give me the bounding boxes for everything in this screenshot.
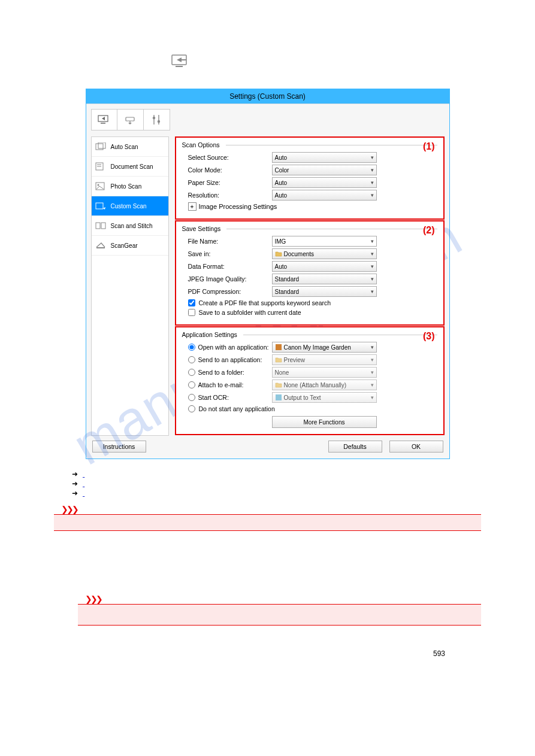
sidebar-item-label: Custom Scan — [111, 203, 147, 210]
app-icon — [275, 344, 282, 351]
open-app-dropdown[interactable]: Canon My Image Garden — [272, 342, 377, 353]
open-app-label: Open with an application: — [198, 344, 269, 351]
file-name-input[interactable]: IMG — [272, 236, 377, 247]
sidebar-item-scan-stitch[interactable]: Scan and Stitch — [92, 216, 168, 236]
important-band — [54, 514, 481, 531]
svg-rect-21 — [96, 203, 103, 209]
color-mode-dropdown[interactable]: Color — [272, 165, 377, 175]
no-app-radio[interactable] — [188, 405, 195, 412]
arrow-icon: ➜ — [72, 489, 78, 497]
save-settings-title: Save Settings — [182, 225, 437, 232]
ok-button[interactable]: OK — [389, 441, 443, 453]
svg-marker-6 — [102, 117, 105, 120]
resolution-dropdown[interactable]: Auto — [272, 190, 377, 201]
folder-icon — [275, 356, 282, 363]
send-folder-dropdown[interactable]: None — [272, 367, 377, 378]
scan-options-section: (1) Scan Options Select Source: Auto Col… — [175, 136, 445, 220]
arrow-icon: ➜ — [72, 479, 78, 488]
svg-point-20 — [97, 184, 99, 186]
pdf-compression-label: PDF Compression: — [188, 288, 272, 295]
save-settings-section: (2) Save Settings File Name: IMG Save in… — [175, 220, 445, 326]
scan-computer-icon — [171, 54, 481, 71]
pdf-compression-dropdown[interactable]: Standard — [272, 286, 377, 297]
auto-scan-icon — [95, 142, 106, 151]
data-format-label: Data Format: — [188, 263, 272, 270]
link-3[interactable] — [83, 489, 191, 497]
sidebar: Auto Scan Document Scan Photo Scan — [91, 136, 169, 436]
subfolder-checkbox[interactable] — [188, 309, 195, 316]
svg-rect-7 — [126, 117, 134, 121]
section-number-1: (1) — [423, 141, 435, 152]
sidebar-item-label: Auto Scan — [111, 144, 138, 150]
section-number-2: (2) — [423, 225, 435, 236]
scangear-icon — [95, 241, 106, 250]
send-app-dropdown[interactable]: Preview — [272, 354, 377, 365]
paper-size-dropdown[interactable]: Auto — [272, 177, 377, 188]
more-functions-button[interactable]: More Functions — [272, 416, 377, 428]
send-folder-radio[interactable] — [188, 369, 195, 376]
jpeg-quality-dropdown[interactable]: Standard — [272, 274, 377, 284]
svg-rect-25 — [276, 344, 282, 350]
folder-icon — [275, 381, 282, 388]
pdf-keyword-checkbox[interactable] — [188, 299, 195, 306]
arrow-icon: ➜ — [72, 470, 78, 478]
dialog-title: Settings (Custom Scan) — [86, 89, 449, 104]
settings-dialog: Settings (Custom Scan) — [86, 89, 450, 459]
file-name-label: File Name: — [188, 238, 272, 245]
sidebar-item-label: Scan and Stitch — [111, 223, 153, 229]
svg-rect-22 — [96, 223, 100, 229]
select-source-label: Select Source: — [188, 154, 272, 161]
svg-rect-1 — [176, 66, 183, 67]
link-2[interactable] — [83, 479, 84, 488]
links-block: ➜ ➜ ➜ — [72, 470, 481, 497]
sidebar-item-scangear[interactable]: ScanGear — [92, 236, 168, 256]
subfolder-label: Save to a subfolder with current date — [199, 309, 301, 316]
svg-rect-24 — [96, 247, 105, 248]
svg-point-13 — [158, 120, 160, 123]
send-app-label: Send to an application: — [198, 356, 262, 363]
svg-marker-2 — [177, 57, 182, 62]
svg-point-12 — [153, 117, 155, 119]
svg-rect-23 — [101, 223, 105, 229]
scan-stitch-icon — [95, 221, 106, 230]
tab-scan-from-computer[interactable] — [91, 109, 117, 130]
select-source-dropdown[interactable]: Auto — [272, 152, 377, 163]
document-scan-icon — [95, 162, 106, 171]
start-ocr-label: Start OCR: — [198, 394, 229, 401]
expand-button[interactable]: + — [188, 202, 197, 211]
tab-scan-from-device[interactable] — [117, 109, 144, 130]
start-ocr-radio[interactable] — [188, 394, 195, 401]
data-format-dropdown[interactable]: Auto — [272, 261, 377, 272]
save-in-dropdown[interactable]: Documents — [272, 248, 377, 259]
svg-rect-5 — [101, 123, 105, 124]
sidebar-item-label: Photo Scan — [111, 183, 142, 190]
sidebar-item-auto-scan[interactable]: Auto Scan — [92, 137, 168, 157]
tab-general-settings[interactable] — [144, 109, 170, 130]
photo-scan-icon — [95, 181, 106, 191]
defaults-button[interactable]: Defaults — [328, 441, 382, 453]
sidebar-item-photo-scan[interactable]: Photo Scan — [92, 177, 168, 196]
sliders-icon — [151, 114, 162, 126]
chevron-icon: ❯❯❯ — [85, 594, 101, 604]
sidebar-item-custom-scan[interactable]: Custom Scan — [92, 196, 168, 216]
attach-email-dropdown[interactable]: None (Attach Manually) — [272, 379, 377, 390]
sidebar-item-document-scan[interactable]: Document Scan — [92, 157, 168, 177]
attach-email-label: Attach to e-mail: — [198, 381, 244, 388]
save-in-label: Save in: — [188, 250, 272, 257]
application-settings-section: (3) Application Settings Open with an ap… — [175, 326, 445, 435]
tab-bar — [91, 109, 445, 130]
paper-size-label: Paper Size: — [188, 179, 272, 186]
svg-marker-9 — [128, 123, 132, 125]
attach-email-radio[interactable] — [188, 381, 195, 388]
resolution-label: Resolution: — [188, 192, 272, 199]
custom-scan-icon — [95, 201, 106, 211]
send-app-radio[interactable] — [188, 356, 195, 363]
open-app-radio[interactable] — [188, 344, 195, 351]
image-processing-label: Image Processing Settings — [199, 203, 277, 210]
start-ocr-dropdown[interactable]: Output to Text — [272, 392, 377, 403]
sidebar-item-label: Document Scan — [111, 163, 153, 170]
monitor-arrow-icon — [97, 114, 111, 125]
instructions-button[interactable]: Instructions — [92, 441, 146, 453]
link-1[interactable] — [83, 470, 84, 478]
important-block: ❯❯❯ — [54, 505, 481, 531]
